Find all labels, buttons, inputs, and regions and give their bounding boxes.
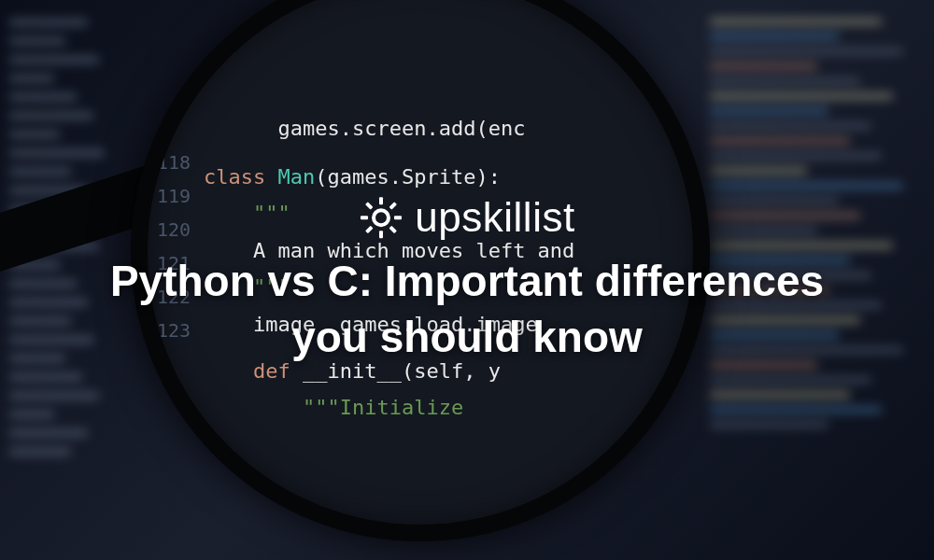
code-token: (games xyxy=(315,165,389,189)
brand-logo: upskillist xyxy=(0,194,934,241)
blur-item xyxy=(710,108,828,114)
code-keyword: class xyxy=(204,165,265,189)
blur-item xyxy=(710,392,850,398)
code-line-top: games.screen.add(enc xyxy=(204,110,574,147)
blur-item xyxy=(9,56,99,63)
code-spacer xyxy=(204,147,574,159)
blur-item xyxy=(710,93,893,99)
overlay-content: upskillist Python vs C: Important differ… xyxy=(0,194,934,366)
svg-rect-5 xyxy=(389,202,397,209)
blur-item xyxy=(710,34,839,39)
code-classname: Man xyxy=(277,165,315,189)
blur-item xyxy=(710,377,871,383)
title-line-1: Python vs C: Important differences xyxy=(110,257,824,305)
blur-item xyxy=(710,422,828,427)
blur-item xyxy=(710,123,871,129)
blur-item xyxy=(9,411,54,418)
blur-item xyxy=(710,153,882,159)
title-line-2: you should know xyxy=(291,313,643,361)
blur-item xyxy=(9,75,54,82)
blur-item xyxy=(9,392,99,399)
blur-item xyxy=(710,49,903,54)
svg-point-0 xyxy=(374,210,389,225)
code-token: Sprite xyxy=(402,165,475,189)
svg-rect-8 xyxy=(389,226,397,233)
code-string: """Initialize xyxy=(303,396,463,419)
code-line-class: class Man(games.Sprite): xyxy=(204,159,574,196)
blur-item xyxy=(710,138,850,144)
brand-name: upskillist xyxy=(415,194,574,241)
blur-item xyxy=(9,429,88,437)
svg-rect-7 xyxy=(365,202,373,209)
blur-item xyxy=(9,93,77,101)
blur-item xyxy=(9,37,65,45)
code-token: games.screen.add(enc xyxy=(277,117,525,140)
code-token: ): xyxy=(475,165,501,189)
blur-item xyxy=(9,131,60,138)
svg-rect-4 xyxy=(394,216,402,219)
blur-item xyxy=(9,373,82,381)
blur-item xyxy=(9,19,88,26)
blur-item xyxy=(9,168,71,175)
blur-item xyxy=(9,112,93,119)
blur-item xyxy=(710,168,807,174)
article-title: Python vs C: Important differences you s… xyxy=(0,254,934,366)
blur-item xyxy=(710,78,860,84)
sun-gear-icon xyxy=(359,195,403,240)
svg-rect-3 xyxy=(361,216,368,219)
code-line-init-doc: """Initialize xyxy=(204,389,574,427)
blur-item xyxy=(710,407,882,413)
blur-item xyxy=(710,63,817,69)
svg-rect-2 xyxy=(379,231,383,238)
svg-rect-6 xyxy=(365,226,373,233)
svg-rect-1 xyxy=(379,197,383,204)
blur-item xyxy=(710,19,882,24)
blur-item xyxy=(710,183,903,189)
line-number: 118 xyxy=(157,146,191,179)
blur-item xyxy=(9,149,105,157)
code-token: . xyxy=(389,165,402,189)
blur-item xyxy=(9,448,71,455)
